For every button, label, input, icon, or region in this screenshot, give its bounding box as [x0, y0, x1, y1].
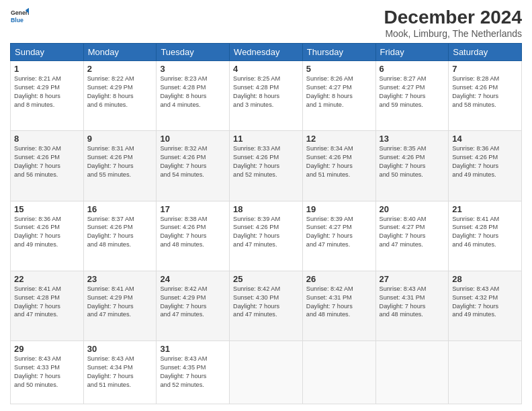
day-number: 22 [14, 274, 80, 284]
calendar-cell: 26Sunrise: 8:42 AMSunset: 4:31 PMDayligh… [302, 271, 375, 340]
calendar-cell: 21Sunrise: 8:41 AMSunset: 4:28 PMDayligh… [449, 201, 522, 271]
day-number: 28 [452, 274, 518, 284]
calendar-cell: 3Sunrise: 8:23 AMSunset: 4:28 PMDaylight… [157, 61, 230, 131]
page: GeneralBlue December 2024 Mook, Limburg,… [0, 0, 532, 411]
cell-info: Sunrise: 8:34 AMSunset: 4:26 PMDaylight:… [306, 144, 372, 179]
calendar-cell: 10Sunrise: 8:32 AMSunset: 4:26 PMDayligh… [157, 131, 230, 201]
day-number: 3 [160, 64, 226, 74]
calendar-cell: 17Sunrise: 8:38 AMSunset: 4:26 PMDayligh… [157, 201, 230, 271]
calendar-cell: 27Sunrise: 8:43 AMSunset: 4:31 PMDayligh… [375, 271, 449, 340]
cell-info: Sunrise: 8:31 AMSunset: 4:26 PMDaylight:… [87, 144, 153, 179]
cell-info: Sunrise: 8:36 AMSunset: 4:26 PMDaylight:… [452, 144, 518, 179]
day-number: 11 [233, 134, 299, 144]
day-number: 24 [160, 274, 226, 284]
day-number: 23 [87, 274, 153, 284]
main-title: December 2024 [384, 7, 522, 28]
cell-info: Sunrise: 8:33 AMSunset: 4:26 PMDaylight:… [233, 144, 299, 179]
cell-info: Sunrise: 8:28 AMSunset: 4:26 PMDaylight:… [452, 75, 518, 109]
header-saturday: Saturday [449, 44, 522, 61]
day-number: 13 [380, 134, 445, 144]
calendar-cell: 7Sunrise: 8:28 AMSunset: 4:26 PMDaylight… [449, 61, 522, 131]
cell-info: Sunrise: 8:42 AMSunset: 4:31 PMDaylight:… [306, 285, 372, 320]
cell-info: Sunrise: 8:37 AMSunset: 4:26 PMDaylight:… [87, 215, 153, 250]
day-number: 17 [160, 204, 226, 214]
cell-info: Sunrise: 8:32 AMSunset: 4:26 PMDaylight:… [160, 144, 226, 179]
day-number: 10 [160, 134, 226, 144]
calendar-cell: 25Sunrise: 8:42 AMSunset: 4:30 PMDayligh… [230, 271, 303, 340]
calendar-cell: 9Sunrise: 8:31 AMSunset: 4:26 PMDaylight… [83, 131, 157, 201]
cell-info: Sunrise: 8:43 AMSunset: 4:34 PMDaylight:… [87, 355, 153, 390]
day-number: 6 [380, 64, 445, 74]
logo: GeneralBlue [10, 7, 29, 26]
header-tuesday: Tuesday [157, 44, 230, 61]
cell-info: Sunrise: 8:21 AMSunset: 4:29 PMDaylight:… [14, 75, 80, 109]
cell-info: Sunrise: 8:43 AMSunset: 4:31 PMDaylight:… [380, 285, 445, 320]
day-number: 21 [452, 204, 518, 214]
calendar-cell: 18Sunrise: 8:39 AMSunset: 4:26 PMDayligh… [230, 201, 303, 271]
cell-info: Sunrise: 8:39 AMSunset: 4:26 PMDaylight:… [233, 215, 299, 250]
calendar-cell: 5Sunrise: 8:26 AMSunset: 4:27 PMDaylight… [302, 61, 375, 131]
cell-info: Sunrise: 8:25 AMSunset: 4:28 PMDaylight:… [233, 75, 299, 109]
header-friday: Friday [375, 44, 449, 61]
subtitle: Mook, Limburg, The Netherlands [384, 28, 522, 39]
day-number: 18 [233, 204, 299, 214]
calendar-cell: 4Sunrise: 8:25 AMSunset: 4:28 PMDaylight… [230, 61, 303, 131]
calendar-cell: 29Sunrise: 8:43 AMSunset: 4:33 PMDayligh… [11, 341, 84, 404]
cell-info: Sunrise: 8:30 AMSunset: 4:26 PMDaylight:… [14, 144, 80, 179]
cell-info: Sunrise: 8:41 AMSunset: 4:28 PMDaylight:… [452, 215, 518, 250]
calendar-cell: 14Sunrise: 8:36 AMSunset: 4:26 PMDayligh… [449, 131, 522, 201]
day-number: 4 [233, 64, 299, 74]
calendar-cell: 1Sunrise: 8:21 AMSunset: 4:29 PMDaylight… [11, 61, 84, 131]
calendar-cell: 15Sunrise: 8:36 AMSunset: 4:26 PMDayligh… [11, 201, 84, 271]
calendar-cell: 19Sunrise: 8:39 AMSunset: 4:27 PMDayligh… [302, 201, 375, 271]
day-number: 5 [306, 64, 372, 74]
cell-info: Sunrise: 8:41 AMSunset: 4:28 PMDaylight:… [14, 285, 80, 320]
cell-info: Sunrise: 8:38 AMSunset: 4:26 PMDaylight:… [160, 215, 226, 250]
calendar-table: SundayMondayTuesdayWednesdayThursdayFrid… [10, 43, 522, 404]
cell-info: Sunrise: 8:27 AMSunset: 4:27 PMDaylight:… [380, 75, 445, 109]
calendar-cell: 31Sunrise: 8:43 AMSunset: 4:35 PMDayligh… [157, 341, 230, 404]
title-block: December 2024 Mook, Limburg, The Netherl… [384, 7, 522, 39]
header-sunday: Sunday [11, 44, 84, 61]
calendar-cell: 16Sunrise: 8:37 AMSunset: 4:26 PMDayligh… [83, 201, 157, 271]
calendar-cell: 28Sunrise: 8:43 AMSunset: 4:32 PMDayligh… [449, 271, 522, 340]
header-wednesday: Wednesday [230, 44, 303, 61]
day-number: 20 [380, 204, 445, 214]
cell-info: Sunrise: 8:43 AMSunset: 4:32 PMDaylight:… [452, 285, 518, 320]
day-number: 1 [14, 64, 80, 74]
header-monday: Monday [83, 44, 157, 61]
calendar-cell: 2Sunrise: 8:22 AMSunset: 4:29 PMDaylight… [83, 61, 157, 131]
day-number: 25 [233, 274, 299, 284]
calendar-cell [375, 341, 449, 404]
day-number: 7 [452, 64, 518, 74]
day-number: 8 [14, 134, 80, 144]
cell-info: Sunrise: 8:40 AMSunset: 4:27 PMDaylight:… [380, 215, 445, 250]
calendar-cell: 23Sunrise: 8:41 AMSunset: 4:29 PMDayligh… [83, 271, 157, 340]
header: GeneralBlue December 2024 Mook, Limburg,… [10, 7, 522, 39]
cell-info: Sunrise: 8:43 AMSunset: 4:33 PMDaylight:… [14, 355, 80, 390]
cell-info: Sunrise: 8:43 AMSunset: 4:35 PMDaylight:… [160, 355, 226, 390]
calendar-cell: 8Sunrise: 8:30 AMSunset: 4:26 PMDaylight… [11, 131, 84, 201]
cell-info: Sunrise: 8:26 AMSunset: 4:27 PMDaylight:… [306, 75, 372, 109]
day-number: 19 [306, 204, 372, 214]
calendar-header-row: SundayMondayTuesdayWednesdayThursdayFrid… [11, 44, 522, 61]
cell-info: Sunrise: 8:39 AMSunset: 4:27 PMDaylight:… [306, 215, 372, 250]
cell-info: Sunrise: 8:35 AMSunset: 4:26 PMDaylight:… [380, 144, 445, 179]
calendar-cell [230, 341, 303, 404]
calendar-cell: 13Sunrise: 8:35 AMSunset: 4:26 PMDayligh… [375, 131, 449, 201]
logo-icon: GeneralBlue [10, 7, 29, 26]
calendar-cell: 24Sunrise: 8:42 AMSunset: 4:29 PMDayligh… [157, 271, 230, 340]
day-number: 26 [306, 274, 372, 284]
calendar-cell: 12Sunrise: 8:34 AMSunset: 4:26 PMDayligh… [302, 131, 375, 201]
cell-info: Sunrise: 8:22 AMSunset: 4:29 PMDaylight:… [87, 75, 153, 109]
day-number: 31 [160, 344, 226, 354]
calendar-cell: 30Sunrise: 8:43 AMSunset: 4:34 PMDayligh… [83, 341, 157, 404]
day-number: 30 [87, 344, 153, 354]
day-number: 9 [87, 134, 153, 144]
day-number: 15 [14, 204, 80, 214]
cell-info: Sunrise: 8:41 AMSunset: 4:29 PMDaylight:… [87, 285, 153, 320]
day-number: 14 [452, 134, 518, 144]
calendar-cell [302, 341, 375, 404]
calendar-cell: 11Sunrise: 8:33 AMSunset: 4:26 PMDayligh… [230, 131, 303, 201]
day-number: 12 [306, 134, 372, 144]
